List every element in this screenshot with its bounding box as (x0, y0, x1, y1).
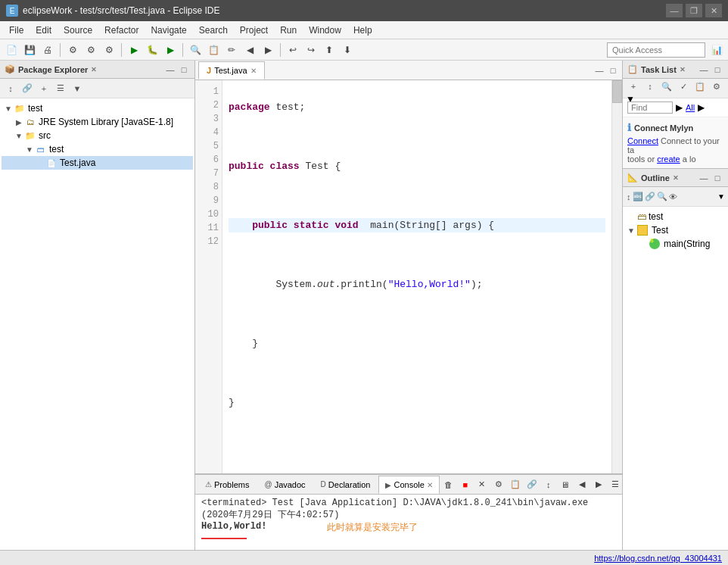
toolbar-btn-13[interactable]: ⬇ (339, 42, 356, 58)
folder-icon: 📁 (24, 130, 36, 142)
toolbar-perspective-btn[interactable]: 📊 (708, 42, 725, 58)
task-btn2[interactable]: ↕ (642, 80, 658, 92)
outline-filter-btn[interactable]: 🔍 (657, 191, 667, 203)
toolbar-run-button[interactable]: ▶ (126, 42, 142, 58)
console-btn10[interactable]: ▶ (591, 477, 606, 492)
code-content[interactable]: package test; public class Test { public… (222, 80, 611, 473)
mylyn-create-link[interactable]: create (657, 155, 680, 164)
toolbar-run-ext[interactable]: ▶ (162, 42, 179, 58)
menu-run[interactable]: Run (274, 23, 303, 37)
pkg-settings-btn[interactable]: ▼ (70, 83, 85, 95)
toolbar-btn-8[interactable]: ◀ (241, 42, 258, 58)
menu-search[interactable]: Search (193, 23, 234, 37)
outline-icon: 📐 (627, 173, 638, 183)
bottom-tab-declaration[interactable]: D Declaration (314, 476, 378, 494)
toolbar-btn-4[interactable]: ⚙ (101, 42, 117, 58)
task-btn4[interactable]: ✓ (676, 80, 691, 92)
close-button[interactable]: ✕ (705, 4, 722, 17)
pkg-link-btn[interactable]: 🔗 (20, 83, 35, 95)
outline-sort-btn[interactable]: 🔤 (633, 191, 643, 203)
toolbar-print-button[interactable]: 🖨 (39, 42, 56, 58)
tree-item-test-project[interactable]: ▼ 📁 test (2, 101, 193, 115)
pkg-new-btn[interactable]: + (36, 83, 51, 95)
task-maximize-btn[interactable]: □ (711, 64, 723, 76)
pkg-collapse-btn[interactable]: ↕ (3, 83, 18, 95)
pkg-minimize-btn[interactable]: — (164, 64, 176, 76)
tree-item-src[interactable]: ▼ 📁 src (2, 129, 193, 142)
scroll-thumb[interactable] (612, 80, 622, 103)
toolbar-debug-button[interactable]: 🐛 (144, 42, 160, 58)
quick-access-input[interactable] (612, 45, 700, 55)
bottom-tab-problems[interactable]: ⚠ Problems (198, 476, 256, 494)
tab-close-btn[interactable]: ✕ (250, 67, 257, 75)
toolbar-save-button[interactable]: 💾 (21, 42, 38, 58)
outline-maximize-btn[interactable]: □ (711, 172, 723, 184)
console-btn4[interactable]: ⚙ (491, 477, 506, 492)
console-menu-btn[interactable]: ☰ (608, 477, 622, 492)
pkg-toolbar: ↕ 🔗 + ☰ ▼ (0, 79, 194, 98)
outline-item-main-method[interactable]: S main(String (627, 237, 723, 251)
toolbar-btn-2[interactable]: ⚙ (64, 42, 81, 58)
pkg-menu-btn[interactable]: ☰ (53, 83, 68, 95)
bottom-tab-javadoc[interactable]: @ Javadoc (257, 476, 312, 494)
task-find-input[interactable] (627, 101, 673, 114)
menu-help[interactable]: Help (347, 23, 378, 37)
mylyn-desc3: a lo (683, 155, 696, 164)
outline-minimize-btn[interactable]: — (698, 172, 710, 184)
outline-hide-btn[interactable]: 👁 (669, 191, 677, 203)
toolbar-btn-12[interactable]: ⬆ (321, 42, 338, 58)
tree-item-jre[interactable]: ▶ 🗂 JRE System Library [JavaSE-1.8] (2, 115, 193, 129)
restore-button[interactable]: ❐ (686, 4, 702, 17)
task-btn3[interactable]: 🔍 (659, 80, 674, 92)
outline-item-test-pkg[interactable]: 🗃 test (627, 210, 723, 223)
task-btn5[interactable]: 📋 (692, 80, 708, 92)
console-btn5[interactable]: 📋 (508, 477, 523, 492)
menu-edit[interactable]: Edit (30, 23, 58, 37)
mylyn-connect-link[interactable]: Connect (627, 136, 658, 145)
minimize-button[interactable]: — (666, 4, 683, 17)
task-all-link[interactable]: All (686, 103, 695, 112)
package-explorer-badge: ✕ (91, 66, 97, 73)
toolbar-btn-6[interactable]: 📋 (205, 42, 222, 58)
menu-window[interactable]: Window (303, 23, 347, 37)
toolbar-btn-5[interactable]: 🔍 (187, 42, 204, 58)
editor-with-scroll: 1 2 3 4 5 6 7 8 9 10 11 12 package test;… (195, 80, 622, 473)
outline-badge: ✕ (673, 174, 679, 182)
console-rerun-btn[interactable]: ✕ (474, 477, 490, 492)
task-btn6[interactable]: ⚙ (709, 80, 724, 92)
console-btn6[interactable]: 🔗 (524, 477, 540, 492)
toolbar-new-button[interactable]: 📄 (3, 42, 20, 58)
console-btn8[interactable]: 🖥 (558, 477, 573, 492)
tree-item-testjava[interactable]: 📄 Test.java (2, 156, 193, 170)
outline-item-test-class[interactable]: ▼ Test (627, 223, 723, 237)
outline-link-btn[interactable]: 🔗 (645, 191, 655, 203)
task-list-controls: — □ (698, 64, 723, 76)
menu-project[interactable]: Project (234, 23, 274, 37)
editor-maximize-btn[interactable]: □ (607, 64, 619, 76)
menu-refactor[interactable]: Refactor (98, 23, 145, 37)
toolbar-btn-9[interactable]: ▶ (260, 42, 276, 58)
toolbar-btn-10[interactable]: ↩ (285, 42, 301, 58)
console-tab-close[interactable]: ✕ (427, 481, 433, 489)
toolbar-btn-3[interactable]: ⚙ (82, 42, 99, 58)
toolbar-btn-11[interactable]: ↪ (303, 42, 319, 58)
menu-navigate[interactable]: Navigate (145, 23, 192, 37)
outline-collapse-btn[interactable]: ↕ (626, 191, 631, 203)
editor-minimize-btn[interactable]: — (593, 64, 605, 76)
console-clear-btn[interactable]: 🗑 (441, 477, 456, 492)
console-btn7[interactable]: ↕ (541, 477, 556, 492)
mylyn-desc2: tools or (627, 155, 655, 164)
menu-source[interactable]: Source (58, 23, 98, 37)
console-stop-btn[interactable]: ■ (458, 477, 473, 492)
quick-access-field[interactable] (607, 42, 705, 58)
task-minimize-btn[interactable]: — (698, 64, 710, 76)
console-btn9[interactable]: ◀ (574, 477, 590, 492)
task-add-btn[interactable]: + (626, 80, 641, 92)
toolbar-btn-7[interactable]: ✏ (223, 42, 240, 58)
bottom-tab-console[interactable]: ▶ Console ✕ (378, 476, 439, 494)
editor-tab-testjava[interactable]: J Test.java ✕ (198, 61, 265, 80)
code-editor[interactable]: 1 2 3 4 5 6 7 8 9 10 11 12 package test;… (195, 80, 611, 473)
menu-file[interactable]: File (3, 23, 30, 37)
tree-item-test-pkg[interactable]: ▼ 🗃 test (2, 142, 193, 156)
pkg-maximize-btn[interactable]: □ (178, 64, 190, 76)
